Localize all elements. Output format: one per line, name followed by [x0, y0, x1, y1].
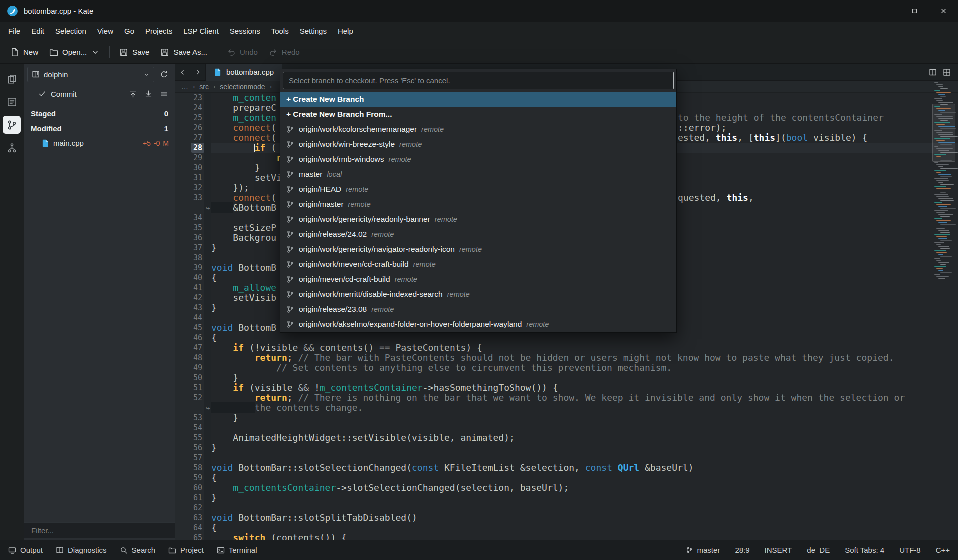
- branch-item-origin-work-win-breeze-style[interactable]: origin/work/win-breeze-styleremote: [280, 137, 676, 152]
- maximize-button[interactable]: [900, 0, 929, 22]
- code-line[interactable]: }: [212, 413, 958, 423]
- line-number[interactable]: 44: [176, 313, 204, 323]
- status-utf-8[interactable]: UTF-8: [900, 546, 921, 554]
- line-number[interactable]: 34: [176, 213, 204, 223]
- minimize-button[interactable]: [871, 0, 900, 22]
- line-number[interactable]: 27: [176, 133, 204, 143]
- branch-item-origin-work-genericity-readonly-banner[interactable]: origin/work/genericity/readonly-bannerre…: [280, 212, 676, 227]
- undo-button[interactable]: Undo: [222, 44, 264, 61]
- refresh-button[interactable]: [156, 67, 172, 82]
- projects-tool-button[interactable]: [3, 93, 21, 111]
- menu-edit[interactable]: Edit: [26, 22, 50, 41]
- branch-item-origin-head[interactable]: origin/HEADremote: [280, 182, 676, 197]
- line-number[interactable]: [176, 203, 204, 213]
- code-line[interactable]: [212, 503, 958, 513]
- breadcrumb-item[interactable]: …: [182, 83, 188, 91]
- line-number[interactable]: 46: [176, 333, 204, 343]
- git-menu-button[interactable]: [156, 86, 172, 102]
- commit-button[interactable]: Commit: [28, 86, 88, 102]
- line-number[interactable]: 42: [176, 293, 204, 303]
- code-line[interactable]: switch (contents()) {: [212, 533, 958, 540]
- code-line[interactable]: m_contentsContainer->slotSelectionChange…: [212, 483, 958, 493]
- line-number[interactable]: 64: [176, 523, 204, 533]
- line-number[interactable]: 35: [176, 223, 204, 233]
- branch-item-origin-work-genericity-navigator-readonly-icon[interactable]: origin/work/genericity/navigator-readonl…: [280, 242, 676, 257]
- line-number[interactable]: 43: [176, 303, 204, 313]
- line-number[interactable]: 25: [176, 113, 204, 123]
- history-back-button[interactable]: [176, 64, 190, 81]
- code-line[interactable]: // Set contents to anything else to circ…: [212, 363, 958, 373]
- breadcrumb-item[interactable]: src: [200, 83, 209, 91]
- code-line[interactable]: [212, 423, 958, 433]
- code-line[interactable]: AnimatedHeightWidget::setVisible(visible…: [212, 433, 958, 443]
- branch-item-origin-meven-cd-craft-build[interactable]: origin/meven/cd-craft-buildremote: [280, 272, 676, 287]
- line-number[interactable]: 29: [176, 153, 204, 163]
- line-number[interactable]: 39: [176, 263, 204, 273]
- line-number[interactable]: 61: [176, 493, 204, 503]
- code-line[interactable]: the contents change.: [212, 403, 958, 413]
- line-number[interactable]: 31: [176, 173, 204, 183]
- line-number[interactable]: 57: [176, 453, 204, 463]
- code-line[interactable]: [212, 453, 958, 463]
- status-insert[interactable]: INSERT: [765, 546, 792, 554]
- line-number[interactable]: 55: [176, 433, 204, 443]
- open-button[interactable]: Open...: [44, 44, 106, 61]
- status-output-button[interactable]: Output: [2, 540, 50, 560]
- line-number[interactable]: 26: [176, 123, 204, 133]
- menu-go[interactable]: Go: [119, 22, 140, 41]
- menu-selection[interactable]: Selection: [50, 22, 92, 41]
- line-number[interactable]: 58: [176, 463, 204, 473]
- branch-item-origin-work-kcolorschememanager[interactable]: origin/work/kcolorschememanagerremote: [280, 122, 676, 137]
- line-number[interactable]: 48: [176, 353, 204, 363]
- menu-projects[interactable]: Projects: [140, 22, 178, 41]
- line-number[interactable]: 50: [176, 373, 204, 383]
- line-number[interactable]: 32: [176, 183, 204, 193]
- branch-item-origin-work-akselmo-expand-folder-on-hover-folderpanel-wayland[interactable]: origin/work/akselmo/expand-folder-on-hov…: [280, 317, 676, 332]
- menu-file[interactable]: File: [3, 22, 26, 41]
- code-line[interactable]: return; // The bar with PasteContents sh…: [212, 353, 958, 363]
- menu-lsp-client[interactable]: LSP Client: [178, 22, 224, 41]
- line-number[interactable]: 65: [176, 533, 204, 540]
- branch-action-create-new-branch-from[interactable]: + Create New Branch From...: [280, 107, 676, 122]
- code-line[interactable]: {: [212, 523, 958, 533]
- status-master[interactable]: master: [686, 546, 720, 554]
- line-number[interactable]: 47: [176, 343, 204, 353]
- line-number[interactable]: 40: [176, 273, 204, 283]
- menu-tools[interactable]: Tools: [266, 22, 294, 41]
- line-number[interactable]: 30: [176, 163, 204, 173]
- line-number[interactable]: 52: [176, 393, 204, 403]
- line-number[interactable]: 53: [176, 413, 204, 423]
- status-project-button[interactable]: Project: [162, 540, 210, 560]
- git-push-button[interactable]: [126, 86, 141, 102]
- code-line[interactable]: {: [212, 473, 958, 483]
- project-selector[interactable]: dolphin: [28, 67, 154, 82]
- branch-item-origin-work-meven-cd-craft-build[interactable]: origin/work/meven/cd-craft-buildremote: [280, 257, 676, 272]
- branch-item-origin-work-merritt-disable-indexed-search[interactable]: origin/work/merritt/disable-indexed-sear…: [280, 287, 676, 302]
- save-button[interactable]: Save: [114, 44, 155, 61]
- line-number[interactable]: 62: [176, 503, 204, 513]
- code-line[interactable]: void BottomBar::slotSplitTabDisabled(): [212, 513, 958, 523]
- line-number[interactable]: 45: [176, 323, 204, 333]
- status-terminal-button[interactable]: Terminal: [210, 540, 264, 560]
- status-soft-tabs-4[interactable]: Soft Tabs: 4: [845, 546, 884, 554]
- menu-sessions[interactable]: Sessions: [224, 22, 266, 41]
- line-number[interactable]: 49: [176, 363, 204, 373]
- menu-view[interactable]: View: [92, 22, 119, 41]
- modified-section-row[interactable]: Modified 1: [24, 121, 175, 136]
- breadcrumb-item[interactable]: selectionmode: [220, 83, 265, 91]
- status-c[interactable]: C++: [936, 546, 950, 554]
- line-number[interactable]: 51: [176, 383, 204, 393]
- line-number[interactable]: 60: [176, 483, 204, 493]
- code-line[interactable]: if (visible && !m_contentsContainer->has…: [212, 383, 958, 393]
- status-de-de[interactable]: de_DE: [807, 546, 830, 554]
- save-as-button[interactable]: Save As...: [155, 44, 213, 61]
- git-pull-button[interactable]: [141, 86, 156, 102]
- code-line[interactable]: return; // There is nothing on the bar t…: [212, 393, 958, 403]
- line-number[interactable]: 36: [176, 233, 204, 243]
- line-number[interactable]: 38: [176, 253, 204, 263]
- branch-search-input[interactable]: [283, 72, 674, 90]
- close-button[interactable]: [929, 0, 958, 22]
- code-line[interactable]: void BottomBar::slotSelectionChanged(con…: [212, 463, 958, 473]
- line-number[interactable]: 33: [176, 193, 204, 203]
- branch-action-create-new-branch[interactable]: + Create New Branch: [280, 92, 676, 107]
